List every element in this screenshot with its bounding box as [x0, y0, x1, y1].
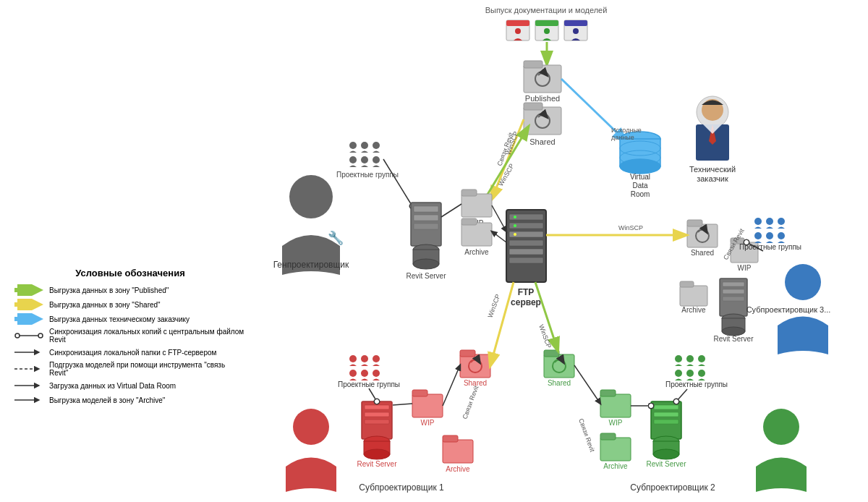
svg-point-45 — [361, 156, 368, 163]
svg-line-133 — [574, 365, 600, 404]
legend: Условные обозначения Выгрузка данных в з… — [14, 268, 246, 409]
source-data-label2: данные — [611, 134, 634, 141]
svg-point-105 — [373, 370, 380, 377]
svg-rect-118 — [654, 412, 678, 417]
svg-point-128 — [698, 370, 705, 377]
svg-rect-68 — [680, 286, 707, 306]
svg-line-129 — [676, 389, 687, 401]
legend-item-8-label: Выгрузка моделей в зону "Archive" — [49, 396, 165, 404]
svg-point-127 — [686, 370, 694, 377]
revit-server-gen-label: Revit Server — [406, 272, 446, 280]
svg-rect-71 — [723, 282, 744, 286]
tech-customer-label1: Технический — [689, 165, 736, 174]
svg-rect-55 — [461, 194, 492, 217]
legend-item-7: Загрузка данных из Virtual Data Room — [14, 380, 246, 391]
svg-point-124 — [686, 355, 694, 362]
revit-server-sub1-label: Revit Server — [357, 460, 397, 468]
legend-item-3: Выгрузка данных техническому заказчику — [14, 313, 246, 325]
svg-rect-35 — [509, 258, 543, 263]
svg-rect-114 — [600, 438, 631, 461]
legend-item-7-label: Загрузка данных из Virtual Data Room — [49, 382, 176, 390]
svg-point-80 — [754, 232, 762, 239]
main-diagram: Выпуск документации и моделей Published … — [0, 0, 868, 502]
svg-rect-117 — [654, 405, 678, 409]
svg-rect-58 — [461, 218, 477, 225]
revit-server-sub3-label: Revit Server — [713, 335, 754, 343]
legend-item-5: Синхронизация локальной папки с FTP-серв… — [14, 346, 246, 358]
archive-sub1-label: Archive — [446, 465, 470, 473]
svg-point-6 — [544, 28, 550, 34]
svg-point-123 — [675, 355, 682, 362]
svg-rect-119 — [654, 420, 678, 424]
svg-point-82 — [778, 232, 785, 239]
svg-rect-33 — [509, 240, 543, 246]
legend-item-8: Выгрузка моделей в зону "Archive" — [14, 394, 246, 406]
sub1-label: Субпроектировщик 1 — [359, 482, 444, 493]
sub3-label: Субпроектировщик 3... — [746, 305, 831, 314]
svg-rect-2 — [506, 20, 529, 26]
legend-item-1-label: Выгрузка данных в зону "Published" — [49, 286, 169, 294]
svg-line-134 — [393, 404, 412, 405]
svg-point-131 — [763, 409, 799, 445]
svg-rect-56 — [461, 190, 477, 196]
svg-rect-16 — [524, 103, 542, 110]
svg-point-104 — [361, 370, 368, 377]
svg-rect-62 — [687, 224, 718, 247]
svg-line-61 — [492, 231, 506, 242]
shared-label: Shared — [529, 137, 555, 146]
archive-sub3-label: Archive — [681, 306, 706, 314]
svg-point-44 — [349, 156, 357, 163]
svg-point-22 — [620, 159, 660, 174]
svg-rect-98 — [443, 440, 473, 463]
svg-rect-69 — [680, 281, 694, 287]
svg-rect-89 — [412, 394, 443, 417]
published-label: Published — [525, 94, 560, 103]
svg-rect-109 — [544, 350, 559, 357]
revit-server-sub2-label: Revit Server — [646, 460, 686, 468]
svg-text:🔧: 🔧 — [328, 230, 344, 246]
wip-sub3-label: WIP — [738, 264, 752, 272]
svg-line-60 — [492, 205, 506, 231]
wip-sub1-label: WIP — [421, 419, 435, 427]
project-groups-sub3-label: Проектные группы — [739, 243, 801, 251]
winscp-sub1-label: WinSCP — [486, 293, 501, 318]
svg-rect-85 — [460, 354, 490, 378]
svg-rect-94 — [365, 420, 389, 424]
svg-point-36 — [514, 216, 516, 218]
svg-rect-112 — [600, 394, 631, 417]
svg-rect-15 — [524, 107, 561, 135]
legend-item-1: Выгрузка данных в зону "Published" — [14, 284, 246, 296]
svg-point-102 — [373, 355, 380, 362]
svg-point-107 — [293, 409, 329, 445]
legend-item-6: Подгрузка моделей при помощи инструмента… — [14, 361, 246, 377]
svg-point-78 — [766, 218, 773, 225]
legend-item-5-label: Синхронизация локальной папки с FTP-серв… — [49, 349, 216, 357]
svg-point-84 — [785, 264, 821, 300]
svg-rect-92 — [365, 405, 389, 409]
svg-rect-99 — [443, 435, 458, 442]
svg-point-101 — [361, 355, 368, 362]
svg-rect-86 — [460, 350, 475, 357]
svg-point-126 — [675, 370, 682, 377]
svg-point-38 — [514, 233, 516, 236]
shared-sub3-label: Shared — [691, 249, 714, 257]
svg-point-79 — [778, 218, 785, 225]
vdr-label-line3: Room — [631, 190, 650, 198]
winscp-right-label: WinSCP — [618, 224, 643, 231]
tech-customer-label2: заказчик — [697, 174, 728, 183]
svg-point-43 — [373, 142, 380, 149]
release-label: Выпуск документации и моделей — [485, 6, 608, 14]
svg-point-3 — [515, 28, 521, 34]
svyazi-revit-sub2: Связи Revit — [577, 417, 596, 453]
legend-item-4-label: Синхронизация локальных копий с централь… — [49, 328, 246, 344]
svg-point-41 — [349, 142, 357, 149]
svg-rect-51 — [414, 224, 438, 229]
svg-rect-93 — [365, 412, 389, 417]
wip-sub2-label: WIP — [609, 419, 623, 427]
svg-rect-57 — [461, 223, 492, 246]
legend-item-2-label: Выгрузка данных в зону "Shared" — [49, 301, 161, 309]
svg-line-59 — [441, 204, 461, 217]
svg-rect-63 — [687, 220, 702, 226]
svg-point-46 — [373, 156, 380, 163]
svg-rect-73 — [723, 297, 744, 301]
